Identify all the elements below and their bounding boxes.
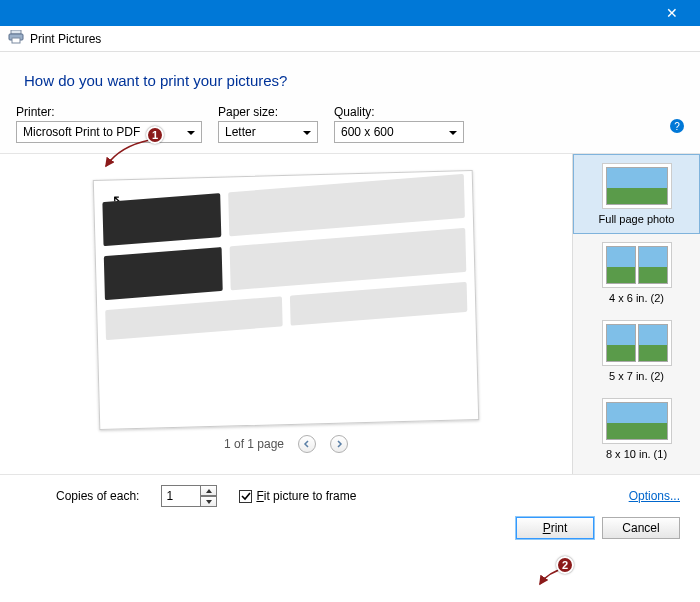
- layout-label: 4 x 6 in. (2): [577, 292, 696, 304]
- layout-option[interactable]: Full page photo: [573, 154, 700, 234]
- page-preview: ↖: [93, 170, 479, 430]
- layout-option[interactable]: 8 x 10 in. (1): [573, 390, 700, 468]
- annotation-badge-2: 2: [556, 556, 574, 574]
- dialog-header: Print Pictures: [0, 26, 700, 52]
- checkbox-icon: [239, 490, 252, 503]
- copies-spin-up[interactable]: [201, 485, 217, 496]
- copies-input[interactable]: [161, 485, 201, 507]
- layout-thumbnail: [602, 320, 672, 366]
- layout-thumbnail: [602, 398, 672, 444]
- titlebar: ✕: [0, 0, 700, 26]
- paper-group: Paper size: Letter: [218, 105, 318, 143]
- copies-box: [161, 485, 217, 507]
- printer-group: Printer: Microsoft Print to PDF: [16, 105, 202, 143]
- print-button[interactable]: PPrintrint: [516, 517, 594, 539]
- controls-row: Printer: Microsoft Print to PDF Paper si…: [0, 101, 700, 153]
- layout-option[interactable]: 4 x 6 in. (2): [573, 234, 700, 312]
- fit-label: FFit picture to frameit picture to frame: [256, 489, 356, 503]
- prev-page-button[interactable]: [298, 435, 316, 453]
- page-title: How do you want to print your pictures?: [24, 72, 676, 89]
- copies-label: Copies of each:: [56, 489, 139, 503]
- layout-thumbnail: [602, 163, 672, 209]
- next-page-button[interactable]: [330, 435, 348, 453]
- main-area: ↖ 1 of 1 page Full page photo4 x 6 in. (…: [0, 153, 700, 475]
- page-status: 1 of 1 page: [224, 437, 284, 451]
- buttons-row: PPrintrint Cancel: [0, 515, 700, 551]
- layout-list[interactable]: Full page photo4 x 6 in. (2)5 x 7 in. (2…: [572, 154, 700, 474]
- printer-select[interactable]: Microsoft Print to PDF: [16, 121, 202, 143]
- paper-label: Paper size:: [218, 105, 318, 119]
- svg-rect-0: [11, 30, 21, 34]
- annotation-badge-1: 1: [146, 126, 164, 144]
- fit-to-frame-checkbox[interactable]: FFit picture to frameit picture to frame: [239, 489, 356, 503]
- dialog-title: Print Pictures: [30, 32, 101, 46]
- bottom-bar: Copies of each: FFit picture to frameit …: [0, 475, 700, 515]
- options-link[interactable]: Options...: [629, 489, 680, 503]
- quality-select[interactable]: 600 x 600: [334, 121, 464, 143]
- layout-label: Full page photo: [578, 213, 695, 225]
- svg-rect-2: [12, 38, 20, 43]
- layout-label: 5 x 7 in. (2): [577, 370, 696, 382]
- preview-pane: ↖ 1 of 1 page: [0, 154, 572, 474]
- pager: 1 of 1 page: [224, 435, 348, 453]
- quality-label: Quality:: [334, 105, 464, 119]
- copies-spin-down[interactable]: [201, 496, 217, 507]
- layout-option[interactable]: 5 x 7 in. (2): [573, 312, 700, 390]
- layout-thumbnail: [602, 242, 672, 288]
- printer-icon: [8, 30, 24, 47]
- heading-area: How do you want to print your pictures?: [0, 52, 700, 101]
- printer-label: Printer:: [16, 105, 202, 119]
- close-button[interactable]: ✕: [652, 5, 692, 21]
- layout-label: 8 x 10 in. (1): [577, 448, 696, 460]
- quality-group: Quality: 600 x 600: [334, 105, 464, 143]
- help-icon[interactable]: ?: [670, 119, 684, 133]
- paper-size-select[interactable]: Letter: [218, 121, 318, 143]
- cancel-button[interactable]: Cancel: [602, 517, 680, 539]
